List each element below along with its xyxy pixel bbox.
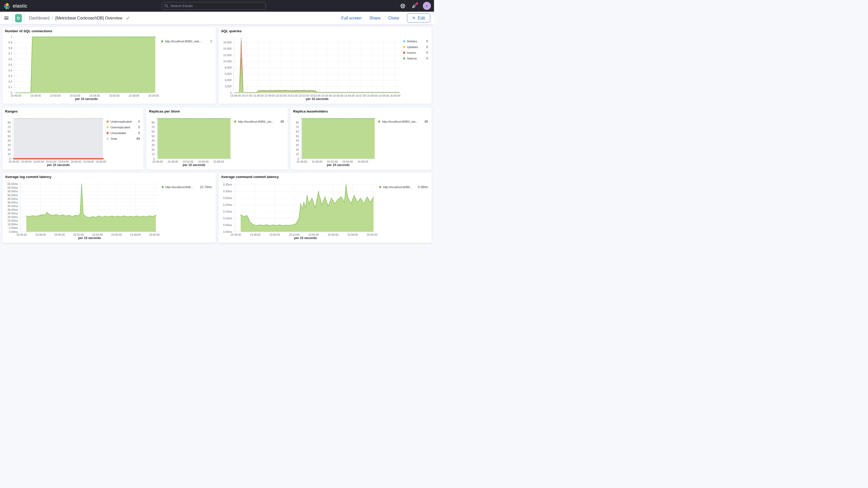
user-avatar[interactable]: r [423, 2, 431, 10]
svg-text:15:58:00: 15:58:00 [130, 233, 141, 236]
svg-text:60.00ms: 60.00ms [7, 186, 18, 189]
svg-text:15:49:00: 15:49:00 [312, 160, 322, 163]
legend-item[interactable]: http://localhost:808...22.74ms [162, 184, 212, 190]
notification-dot [416, 2, 418, 5]
legend-item[interactable]: Deletes0 [403, 38, 428, 44]
svg-text:15:55:00: 15:55:00 [342, 160, 353, 163]
svg-text:30: 30 [7, 144, 11, 147]
legend-item[interactable]: http://localhost:8080/_stat...1 [161, 38, 212, 44]
chart-average-command-commit-latency[interactable]: 0.00ms0.05ms0.10ms0.15ms0.20ms0.25ms0.30… [221, 181, 379, 241]
svg-text:0: 0 [11, 91, 12, 94]
share-button[interactable]: Share [369, 16, 380, 21]
legend-series-value: 89 [425, 120, 428, 123]
legend-series-value: 22.74ms [200, 185, 212, 189]
legend-series-value: 0.26ms [418, 185, 428, 189]
elastic-logo[interactable]: elastic [0, 3, 27, 9]
life-ring-icon [400, 3, 406, 9]
svg-text:60: 60 [7, 130, 11, 133]
panel-replicas-per-store: Replicas per Store 0102030405060708015:4… [146, 107, 288, 170]
legend-series-dot [162, 186, 164, 188]
legend-series-label: Overreplicated [111, 126, 136, 129]
breadcrumb-separator: / [52, 16, 53, 21]
legend-series-label: Selects [407, 57, 425, 60]
legend-item[interactable]: Unavailable0 [106, 130, 140, 136]
dashboard-app-badge[interactable]: D [13, 12, 24, 24]
legend-item[interactable]: http://localhost:8080...0.26ms [379, 184, 428, 190]
svg-text:20.00ms: 20.00ms [7, 215, 18, 218]
svg-text:0.10ms: 0.10ms [223, 217, 232, 220]
panel-average-command-commit-latency: Average command commit latency 0.00ms0.0… [218, 173, 432, 243]
breadcrumb: Dashboard / [Metricbeat CockroachDB] Ove… [24, 12, 130, 24]
svg-text:15:56:00: 15:56:00 [328, 233, 338, 236]
svg-text:15:48:00: 15:48:00 [30, 94, 41, 97]
svg-text:12,000: 12,000 [223, 54, 231, 57]
svg-text:10: 10 [152, 153, 155, 156]
chart-replica-leaseholders[interactable]: 0102030405060708015:46:0015:49:0015:52:0… [293, 115, 378, 167]
legend-series-dot [378, 121, 380, 123]
chart-ranges[interactable]: 0102030405060708015:46:0015:48:0015:50:0… [5, 115, 106, 167]
chart-number-of-sql-connections[interactable]: 00.10.20.30.40.50.60.70.80.9115:46:0015:… [5, 35, 161, 101]
dashboard-grid: Number of SQL connections 00.10.20.30.40… [0, 25, 434, 244]
svg-text:15:48:00: 15:48:00 [35, 233, 46, 236]
menu-button[interactable] [0, 12, 12, 24]
hamburger-icon [4, 16, 8, 20]
svg-text:per 10 seconds: per 10 seconds [78, 236, 101, 240]
svg-text:15:46:00: 15:46:00 [230, 94, 241, 97]
svg-text:15:58:00: 15:58:00 [367, 94, 377, 97]
svg-text:15:57:00: 15:57:00 [355, 94, 366, 97]
legend-series-value: 0 [138, 131, 140, 135]
pencil-icon: ✎ [412, 16, 416, 21]
legend-series-dot [106, 121, 108, 123]
elastic-logo-icon [4, 3, 10, 9]
legend-item[interactable]: Selects0 [403, 56, 428, 61]
svg-text:20: 20 [152, 148, 155, 151]
chart-sql-queries[interactable]: 02,0004,0006,0008,00010,00012,00014,0001… [221, 35, 403, 101]
search-input[interactable] [162, 2, 266, 10]
svg-text:40: 40 [7, 139, 11, 142]
svg-text:0.6: 0.6 [8, 58, 12, 61]
legend-item[interactable]: Total89 [106, 136, 140, 142]
svg-text:80: 80 [296, 121, 299, 124]
chart-legend: Deletes0Updates0Inserts0Selects0 [403, 35, 429, 101]
svg-text:15:52:00: 15:52:00 [70, 94, 80, 97]
full-screen-button[interactable]: Full screen [341, 16, 362, 21]
legend-series-label: http://localhost:8080/_sta... [382, 120, 423, 123]
panel-title: Replicas per Store [149, 110, 285, 115]
svg-text:15:54:00: 15:54:00 [58, 160, 69, 163]
legend-series-dot [106, 126, 108, 128]
svg-text:50: 50 [7, 134, 11, 138]
svg-text:0.15ms: 0.15ms [223, 210, 232, 213]
legend-item[interactable]: Updates0 [403, 44, 428, 50]
edit-button-label: Edit [417, 16, 425, 21]
help-button[interactable] [400, 3, 406, 9]
panel-title: SQL queries [221, 29, 429, 35]
chart-average-log-commit-latency[interactable]: 0.00ms5.00ms10.00ms15.00ms20.00ms25.00ms… [5, 181, 162, 241]
panel-replica-leaseholders: Replica leaseholders 0102030405060708015… [290, 107, 432, 170]
legend-series-dot [403, 52, 405, 54]
svg-text:0: 0 [9, 157, 11, 160]
svg-text:15:58:00: 15:58:00 [129, 94, 139, 97]
svg-text:15:52:00: 15:52:00 [73, 233, 84, 236]
svg-text:30: 30 [152, 144, 155, 147]
avatar-initial: r [426, 4, 428, 8]
legend-item[interactable]: http://localhost:8080/_sta...89 [378, 119, 428, 124]
svg-text:15:56:00: 15:56:00 [111, 233, 122, 236]
legend-item[interactable]: Overreplicated0 [106, 124, 140, 130]
edit-button[interactable]: ✎ Edit [407, 13, 430, 23]
legend-item[interactable]: http://localhost:8080/_sta...89 [234, 119, 284, 124]
svg-text:0.00ms: 0.00ms [223, 230, 232, 233]
badge-letter: D [17, 16, 20, 20]
chart-replicas-per-store[interactable]: 0102030405060708015:46:0015:49:0015:52:0… [149, 115, 234, 167]
svg-text:16:00:00: 16:00:00 [149, 233, 160, 236]
svg-text:0.1: 0.1 [8, 86, 12, 89]
breadcrumb-dashboard-link[interactable]: Dashboard [29, 16, 50, 21]
legend-item[interactable]: Underreplicated0 [106, 119, 140, 124]
whats-new-button[interactable] [411, 3, 417, 9]
legend-item[interactable]: Inserts0 [403, 50, 428, 56]
svg-text:15:48:00: 15:48:00 [250, 233, 260, 236]
clone-button[interactable]: Clone [388, 16, 399, 21]
svg-text:15:54:00: 15:54:00 [321, 94, 332, 97]
svg-text:15:56:00: 15:56:00 [71, 160, 81, 163]
svg-text:4,000: 4,000 [224, 79, 231, 82]
legend-series-label: http://localhost:8080... [383, 186, 416, 189]
